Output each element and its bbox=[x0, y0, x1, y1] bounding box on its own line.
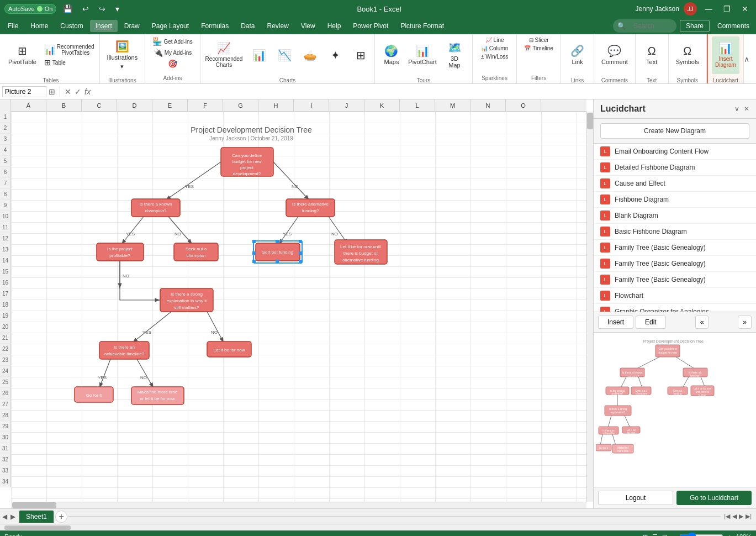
handle-br[interactable] bbox=[299, 260, 302, 263]
pivot-table-button[interactable]: ⊞ PivotTable bbox=[5, 36, 40, 74]
addins-extra-button[interactable]: 🎯 bbox=[166, 59, 179, 69]
share-button[interactable]: Share bbox=[680, 20, 710, 32]
map-3d-button[interactable]: 🗺️ 3D Map bbox=[441, 36, 468, 74]
quick-access-more[interactable]: ▾ bbox=[112, 3, 123, 14]
edit-button[interactable]: Edit bbox=[636, 316, 666, 329]
menu-review[interactable]: Review bbox=[262, 20, 294, 32]
formula-input[interactable] bbox=[93, 88, 754, 96]
row-num-5[interactable]: 5 bbox=[0, 156, 11, 167]
insert-button[interactable]: Insert bbox=[598, 316, 633, 329]
cancel-icon[interactable]: ✕ bbox=[65, 87, 71, 96]
col-header-K[interactable]: K bbox=[364, 99, 400, 112]
comments-button[interactable]: Comments bbox=[713, 20, 754, 31]
formula-bar-expand[interactable]: ⊞ bbox=[49, 87, 55, 96]
menu-draw[interactable]: Draw bbox=[119, 20, 145, 32]
table-button[interactable]: ⊞ Table bbox=[42, 57, 97, 67]
symbols-button[interactable]: Ω Symbols bbox=[673, 36, 702, 74]
text-button[interactable]: Ω Text bbox=[639, 36, 664, 74]
cell-reference-box[interactable] bbox=[2, 86, 46, 97]
col-header-M[interactable]: M bbox=[435, 99, 470, 112]
prev-page-button[interactable]: « bbox=[695, 316, 709, 329]
logout-button[interactable]: Logout bbox=[598, 491, 673, 505]
panel-close-icon[interactable]: ✕ bbox=[744, 105, 749, 113]
col-header-G[interactable]: G bbox=[223, 99, 258, 112]
row-num-32[interactable]: 32 bbox=[0, 454, 11, 465]
sheet-tab-sheet1[interactable]: Sheet1 bbox=[19, 510, 54, 523]
list-item[interactable]: L Detailed Fishbone Diagram bbox=[594, 160, 756, 176]
scatter-chart-button[interactable]: ✦ bbox=[323, 36, 347, 74]
row-num-26[interactable]: 26 bbox=[0, 388, 11, 399]
row-num-11[interactable]: 11 bbox=[0, 222, 11, 233]
node-seek-champion[interactable] bbox=[174, 243, 218, 261]
row-num-20[interactable]: 20 bbox=[0, 322, 11, 333]
col-header-L[interactable]: L bbox=[400, 99, 435, 112]
pie-chart-button[interactable]: 🥧 bbox=[298, 36, 322, 74]
view-normal-icon[interactable]: ⊞ bbox=[643, 533, 648, 537]
row-num-17[interactable]: 17 bbox=[0, 288, 11, 299]
col-header-A[interactable]: A bbox=[11, 99, 46, 112]
sparkline-winloss-button[interactable]: ± Win/Loss bbox=[479, 53, 511, 60]
diagram-overlay[interactable]: Project Development Decision Tree Jenny … bbox=[11, 112, 586, 502]
sheet-scroll-left[interactable]: |◀ bbox=[724, 513, 730, 520]
vscroll-thumb[interactable] bbox=[587, 113, 593, 129]
node-profitable[interactable] bbox=[97, 243, 144, 261]
row-num-6[interactable]: 6 bbox=[0, 167, 11, 178]
row-num-23[interactable]: 23 bbox=[0, 355, 11, 366]
list-item[interactable]: L Basic Fishbone Diagram bbox=[594, 224, 756, 240]
handle-bc[interactable] bbox=[276, 260, 279, 263]
more-charts-button[interactable]: ⊞ bbox=[348, 36, 373, 74]
row-num-27[interactable]: 27 bbox=[0, 399, 11, 410]
horizontal-scrollbar[interactable] bbox=[11, 502, 586, 508]
row-num-22[interactable]: 22 bbox=[0, 344, 11, 355]
row-num-10[interactable]: 10 bbox=[0, 211, 11, 222]
next-page-button[interactable]: » bbox=[738, 316, 752, 329]
sheet-tab-scroll-right[interactable]: ▶ bbox=[10, 513, 15, 521]
recommended-pivottables-button[interactable]: 📊 RecommendedPivotTables bbox=[42, 43, 97, 56]
row-num-16[interactable]: 16 bbox=[0, 277, 11, 288]
list-item[interactable]: L Graphic Organizer for Analogies bbox=[594, 304, 756, 312]
maps-button[interactable]: 🌍 Maps bbox=[379, 36, 404, 74]
list-item[interactable]: L Flowchart bbox=[594, 288, 756, 304]
handle-ml[interactable] bbox=[252, 251, 256, 255]
col-header-O[interactable]: O bbox=[506, 99, 541, 112]
save-button[interactable]: 💾 bbox=[60, 3, 76, 14]
panel-chevron-down-icon[interactable]: ∨ bbox=[734, 105, 739, 113]
menu-data[interactable]: Data bbox=[235, 20, 260, 32]
sparkline-line-button[interactable]: 📈 Line bbox=[483, 36, 506, 44]
timeline-button[interactable]: 📅 Timeline bbox=[522, 45, 555, 52]
bottom-hscroll[interactable] bbox=[0, 524, 756, 530]
list-item[interactable]: L Family Tree (Basic Genealogy) bbox=[594, 272, 756, 288]
row-num-30[interactable]: 30 bbox=[0, 432, 11, 443]
sheet-scroll-right[interactable]: ▶| bbox=[746, 513, 752, 520]
row-num-21[interactable]: 21 bbox=[0, 333, 11, 344]
handle-tl[interactable] bbox=[252, 240, 256, 243]
handle-bl[interactable] bbox=[252, 260, 256, 263]
user-avatar[interactable]: JJ bbox=[684, 2, 697, 15]
col-header-F[interactable]: F bbox=[188, 99, 223, 112]
row-num-4[interactable]: 4 bbox=[0, 145, 11, 156]
row-num-28[interactable]: 28 bbox=[0, 410, 11, 421]
recommended-charts-button[interactable]: 📈 RecommendedCharts bbox=[202, 36, 246, 74]
col-header-H[interactable]: H bbox=[258, 99, 294, 112]
row-num-31[interactable]: 31 bbox=[0, 443, 11, 454]
row-num-2[interactable]: 2 bbox=[0, 123, 11, 134]
menu-home[interactable]: Home bbox=[25, 20, 54, 32]
menu-picture-format[interactable]: Picture Format bbox=[395, 20, 450, 32]
row-num-1[interactable]: 1 bbox=[0, 112, 11, 123]
menu-formulas[interactable]: Formulas bbox=[195, 20, 234, 32]
menu-custom[interactable]: Custom bbox=[55, 20, 88, 32]
bar-chart-button[interactable]: 📊 bbox=[247, 36, 271, 74]
restore-button[interactable]: ❐ bbox=[720, 3, 734, 14]
menu-insert[interactable]: Insert bbox=[90, 20, 118, 32]
col-header-J[interactable]: J bbox=[329, 99, 364, 112]
col-header-E[interactable]: E bbox=[152, 99, 188, 112]
undo-button[interactable]: ↩ bbox=[79, 3, 92, 14]
view-layout-icon[interactable]: ☰ bbox=[652, 533, 658, 537]
comment-button[interactable]: 💬 Comment bbox=[598, 36, 631, 74]
sheet-scroll-prev[interactable]: ◀ bbox=[732, 513, 737, 520]
row-num-13[interactable]: 13 bbox=[0, 244, 11, 255]
zoom-in-button[interactable]: + bbox=[728, 533, 731, 536]
row-num-25[interactable]: 25 bbox=[0, 377, 11, 388]
menu-help[interactable]: Help bbox=[322, 20, 347, 32]
row-num-33[interactable]: 33 bbox=[0, 465, 11, 476]
